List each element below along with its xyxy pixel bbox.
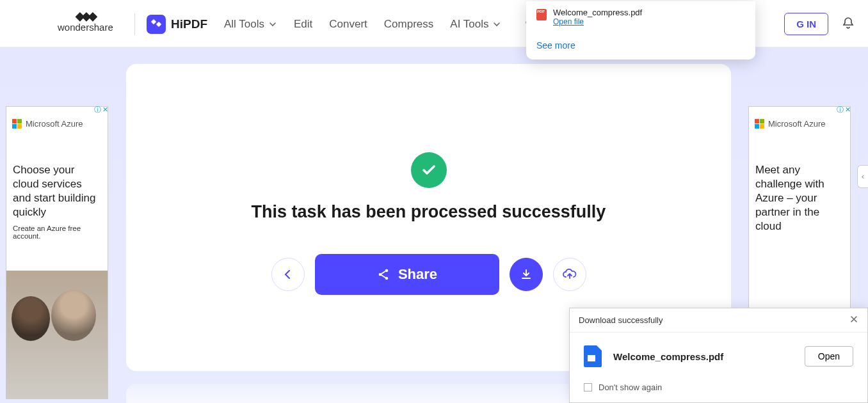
nav-all-tools[interactable]: All Tools xyxy=(224,18,277,31)
nav-ai-tools-label: AI Tools xyxy=(450,18,488,31)
download-icon xyxy=(520,268,533,281)
microsoft-logo-icon xyxy=(754,118,764,129)
success-check-icon xyxy=(411,152,447,188)
open-button[interactable]: Open xyxy=(805,346,853,367)
svg-rect-0 xyxy=(151,19,156,24)
adchoices-icon[interactable]: ⓘ✕ xyxy=(94,106,108,113)
nav-ai-tools[interactable]: AI Tools xyxy=(450,18,501,31)
download-button[interactable] xyxy=(510,258,543,291)
svg-line-7 xyxy=(382,271,385,274)
main-nav: All Tools Edit Convert Compress AI Tools… xyxy=(224,16,573,33)
wondershare-brand[interactable]: ◆◆◆ wondershare xyxy=(58,9,113,33)
document-icon xyxy=(584,345,602,367)
hipdf-logo-icon xyxy=(147,15,166,34)
hipdf-label: HiPDF xyxy=(171,17,207,31)
ad-left-image xyxy=(6,271,108,399)
browser-downloads-dropdown: Welcome_compress.pdf Open file See more xyxy=(526,1,755,59)
svg-rect-1 xyxy=(156,21,161,26)
wondershare-icon: ◆◆◆ xyxy=(76,9,95,23)
ad-left-brand: Microsoft Azure xyxy=(6,116,108,129)
popup-filename: Welcome_compress.pdf xyxy=(613,351,793,362)
ad-right-brand: Microsoft Azure xyxy=(749,116,850,129)
share-button[interactable]: Share xyxy=(315,254,499,295)
close-icon[interactable] xyxy=(849,315,858,326)
cloud-upload-icon xyxy=(562,267,577,282)
chevron-down-icon xyxy=(268,20,277,29)
microsoft-logo-icon xyxy=(12,118,22,129)
ad-left[interactable]: ⓘ✕ Microsoft Azure Choose your cloud ser… xyxy=(6,106,108,399)
success-title: This task has been processed successfull… xyxy=(252,202,606,222)
action-row: Share xyxy=(271,254,586,295)
share-icon xyxy=(376,267,390,281)
download-filename: Welcome_compress.pdf xyxy=(553,8,642,17)
dont-show-label: Don't show again xyxy=(599,383,662,392)
back-button[interactable] xyxy=(271,258,305,291)
ad-left-brand-text: Microsoft Azure xyxy=(26,119,83,129)
side-toggle[interactable]: ‹ xyxy=(857,165,868,188)
login-button[interactable]: G IN xyxy=(784,13,828,35)
nav-all-tools-label: All Tools xyxy=(224,18,264,31)
bell-icon[interactable] xyxy=(841,16,855,33)
pdf-file-icon xyxy=(536,9,547,20)
adchoices-icon[interactable]: ⓘ✕ xyxy=(837,106,851,113)
popup-title: Download successfully xyxy=(579,315,663,325)
nav-convert[interactable]: Convert xyxy=(329,18,367,31)
ad-right-brand-text: Microsoft Azure xyxy=(768,119,826,129)
chevron-left-icon xyxy=(282,268,294,281)
nav-compress[interactable]: Compress xyxy=(384,18,433,31)
cloud-upload-button[interactable] xyxy=(553,258,586,291)
ad-right-copy: Meet any challenge with Azure – your par… xyxy=(749,129,850,233)
hipdf-brand[interactable]: HiPDF xyxy=(147,15,207,34)
wondershare-label: wondershare xyxy=(58,22,113,33)
dont-show-checkbox[interactable] xyxy=(584,383,592,391)
divider xyxy=(134,13,135,35)
nav-edit[interactable]: Edit xyxy=(294,18,312,31)
chevron-down-icon xyxy=(492,20,501,29)
share-label: Share xyxy=(398,266,437,283)
svg-line-8 xyxy=(382,275,385,278)
see-more-link[interactable]: See more xyxy=(536,40,745,51)
ad-left-copy: Choose your cloud services and start bui… xyxy=(6,129,108,219)
ad-left-subcopy: Create an Azure free account. xyxy=(6,219,108,245)
download-entry[interactable]: Welcome_compress.pdf Open file xyxy=(536,8,745,26)
open-file-link[interactable]: Open file xyxy=(553,17,642,26)
download-success-popup: Download successfully Welcome_compress.p… xyxy=(569,308,868,403)
